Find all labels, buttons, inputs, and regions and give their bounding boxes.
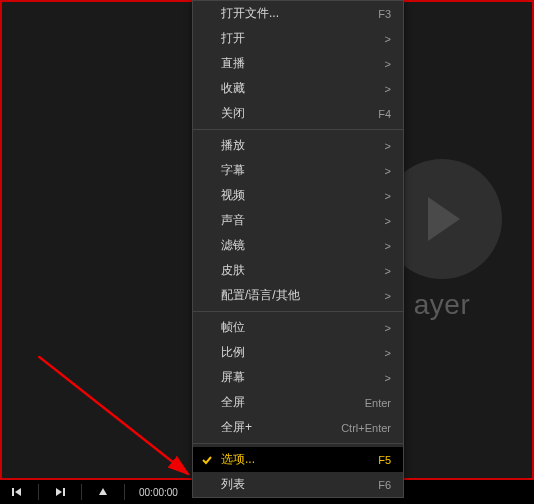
menu-item[interactable]: 声音> xyxy=(193,208,403,233)
svg-rect-0 xyxy=(12,488,14,496)
menu-item[interactable]: 关闭F4 xyxy=(193,101,403,126)
submenu-chevron-icon: > xyxy=(385,215,391,227)
submenu-chevron-icon: > xyxy=(385,322,391,334)
menu-item[interactable]: 打开文件...F3 xyxy=(193,1,403,26)
menu-shortcut: F5 xyxy=(378,454,391,466)
next-button[interactable] xyxy=(53,485,67,499)
submenu-chevron-icon: > xyxy=(385,83,391,95)
menu-item-label: 打开文件... xyxy=(221,5,378,22)
menu-item-label: 皮肤 xyxy=(221,262,385,279)
submenu-chevron-icon: > xyxy=(385,372,391,384)
submenu-chevron-icon: > xyxy=(385,165,391,177)
menu-item[interactable]: 皮肤> xyxy=(193,258,403,283)
menu-item-label: 滤镜 xyxy=(221,237,385,254)
separator xyxy=(81,484,82,500)
menu-item[interactable]: 打开> xyxy=(193,26,403,51)
context-menu: 打开文件...F3打开>直播>收藏>关闭F4播放>字幕>视频>声音>滤镜>皮肤>… xyxy=(192,0,404,498)
menu-item[interactable]: 视频> xyxy=(193,183,403,208)
menu-item-label: 比例 xyxy=(221,344,385,361)
menu-item-label: 选项... xyxy=(221,451,378,468)
menu-item[interactable]: 配置/语言/其他> xyxy=(193,283,403,308)
svg-marker-2 xyxy=(56,488,62,496)
menu-shortcut: F3 xyxy=(378,8,391,20)
submenu-chevron-icon: > xyxy=(385,240,391,252)
menu-separator xyxy=(193,129,403,130)
menu-item[interactable]: 列表F6 xyxy=(193,472,403,497)
submenu-chevron-icon: > xyxy=(385,265,391,277)
menu-item-label: 声音 xyxy=(221,212,385,229)
submenu-chevron-icon: > xyxy=(385,33,391,45)
menu-item[interactable]: 直播> xyxy=(193,51,403,76)
menu-item-label: 配置/语言/其他 xyxy=(221,287,385,304)
submenu-chevron-icon: > xyxy=(385,190,391,202)
prev-button[interactable] xyxy=(10,485,24,499)
menu-shortcut: F6 xyxy=(378,479,391,491)
menu-item-label: 全屏 xyxy=(221,394,365,411)
svg-rect-3 xyxy=(63,488,65,496)
speed-button[interactable] xyxy=(96,485,110,499)
menu-item[interactable]: 选项...F5 xyxy=(193,447,403,472)
submenu-chevron-icon: > xyxy=(385,347,391,359)
menu-separator xyxy=(193,443,403,444)
menu-item-label: 播放 xyxy=(221,137,385,154)
menu-item[interactable]: 比例> xyxy=(193,340,403,365)
submenu-chevron-icon: > xyxy=(385,58,391,70)
menu-item-label: 屏幕 xyxy=(221,369,385,386)
svg-marker-4 xyxy=(99,488,107,495)
menu-item-label: 收藏 xyxy=(221,80,385,97)
menu-separator xyxy=(193,311,403,312)
separator xyxy=(124,484,125,500)
menu-item[interactable]: 滤镜> xyxy=(193,233,403,258)
submenu-chevron-icon: > xyxy=(385,140,391,152)
menu-item[interactable]: 全屏Enter xyxy=(193,390,403,415)
menu-item-label: 帧位 xyxy=(221,319,385,336)
menu-item[interactable]: 全屏+Ctrl+Enter xyxy=(193,415,403,440)
menu-shortcut: F4 xyxy=(378,108,391,120)
menu-item-label: 字幕 xyxy=(221,162,385,179)
menu-shortcut: Enter xyxy=(365,397,391,409)
menu-item-label: 直播 xyxy=(221,55,385,72)
separator xyxy=(38,484,39,500)
menu-item[interactable]: 播放> xyxy=(193,133,403,158)
svg-marker-1 xyxy=(15,488,21,496)
menu-item[interactable]: 字幕> xyxy=(193,158,403,183)
menu-item-label: 全屏+ xyxy=(221,419,341,436)
menu-item-label: 关闭 xyxy=(221,105,378,122)
menu-item-label: 列表 xyxy=(221,476,378,493)
check-icon xyxy=(201,454,213,466)
menu-shortcut: Ctrl+Enter xyxy=(341,422,391,434)
menu-item[interactable]: 屏幕> xyxy=(193,365,403,390)
time-display: 00:00:00 xyxy=(139,487,178,498)
menu-item-label: 视频 xyxy=(221,187,385,204)
menu-item[interactable]: 收藏> xyxy=(193,76,403,101)
submenu-chevron-icon: > xyxy=(385,290,391,302)
menu-item[interactable]: 帧位> xyxy=(193,315,403,340)
menu-item-label: 打开 xyxy=(221,30,385,47)
